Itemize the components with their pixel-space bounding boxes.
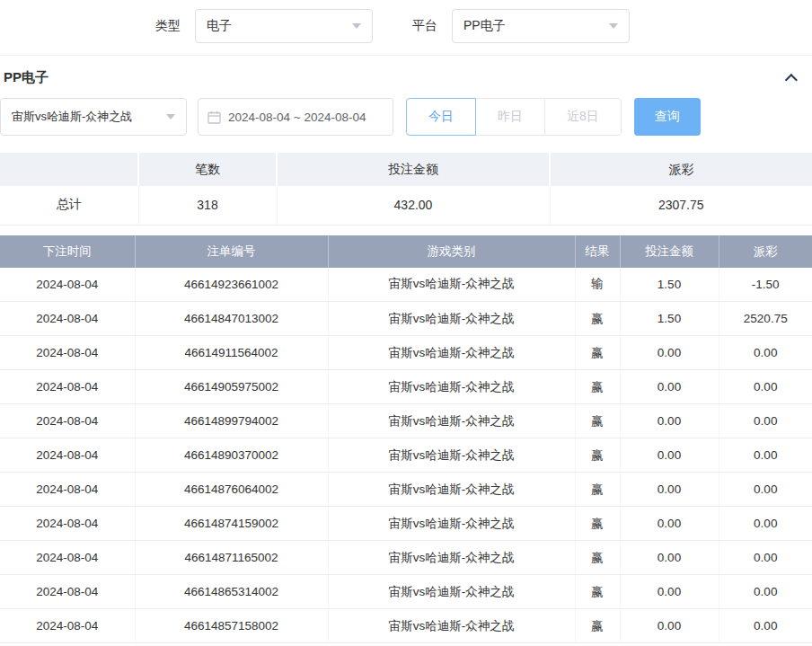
platform-field: 平台 PP电子 bbox=[412, 9, 630, 43]
total-payout: 2307.75 bbox=[550, 186, 812, 225]
bet-amount-cell: 0.00 bbox=[620, 541, 719, 575]
table-row: 2024-08-0446614876064002宙斯vs哈迪斯-众神之战赢0.0… bbox=[0, 473, 812, 507]
quick-date-button-group: 今日 昨日 近8日 bbox=[406, 98, 622, 136]
summary-header-bet-amount: 投注金额 bbox=[277, 153, 550, 186]
section-header: PP电子 bbox=[0, 56, 812, 96]
date-range-value: 2024-08-04 ~ 2024-08-04 bbox=[228, 111, 366, 124]
table-row: 2024-08-0446614899794002宙斯vs哈迪斯-众神之战赢0.0… bbox=[0, 404, 812, 438]
game-name-cell: 宙斯vs哈迪斯-众神之战 bbox=[328, 575, 575, 609]
table-row: 2024-08-0446614911564002宙斯vs哈迪斯-众神之战赢0.0… bbox=[0, 336, 812, 370]
payout-cell: 0.00 bbox=[719, 473, 812, 507]
bet-time-cell: 2024-08-04 bbox=[0, 541, 135, 575]
header-bet-amount: 投注金额 bbox=[620, 235, 719, 268]
bet-amount-cell: 0.00 bbox=[620, 609, 719, 643]
result-cell: 赢 bbox=[575, 575, 620, 609]
order-number-cell: 46614890370002 bbox=[135, 438, 328, 473]
report-page: 类型 电子 平台 PP电子 PP电子 宙斯vs哈迪斯-众神之战 bbox=[0, 0, 812, 643]
bet-amount-cell: 0.00 bbox=[620, 336, 719, 370]
bet-amount-cell: 0.00 bbox=[620, 473, 719, 507]
game-name-cell: 宙斯vs哈迪斯-众神之战 bbox=[328, 404, 575, 438]
table-row: 2024-08-0446614865314002宙斯vs哈迪斯-众神之战赢0.0… bbox=[0, 575, 812, 609]
payout-cell: 0.00 bbox=[719, 336, 812, 370]
last-8-days-button[interactable]: 近8日 bbox=[544, 98, 622, 136]
game-name-cell: 宙斯vs哈迪斯-众神之战 bbox=[328, 438, 575, 473]
bet-time-cell: 2024-08-04 bbox=[0, 404, 135, 438]
bet-table-header-row: 下注时间 注单编号 游戏类别 结果 投注金额 派彩 bbox=[0, 235, 812, 268]
order-number-cell: 46614905975002 bbox=[135, 370, 328, 404]
chevron-down-icon bbox=[609, 23, 618, 29]
bet-table: 下注时间 注单编号 游戏类别 结果 投注金额 派彩 2024-08-044661… bbox=[0, 235, 812, 644]
order-number-cell: 46614874159002 bbox=[135, 507, 328, 541]
bet-time-cell: 2024-08-04 bbox=[0, 336, 135, 370]
summary-header-payout: 派彩 bbox=[550, 153, 812, 186]
platform-label: 平台 bbox=[412, 18, 437, 34]
game-name-cell: 宙斯vs哈迪斯-众神之战 bbox=[328, 268, 575, 302]
result-cell: 赢 bbox=[575, 541, 620, 575]
bet-time-cell: 2024-08-04 bbox=[0, 507, 135, 541]
game-select-value: 宙斯vs哈迪斯-众神之战 bbox=[12, 109, 132, 125]
table-row: 2024-08-0446614857158002宙斯vs哈迪斯-众神之战赢0.0… bbox=[0, 609, 812, 643]
yesterday-button[interactable]: 昨日 bbox=[475, 98, 545, 136]
result-cell: 赢 bbox=[575, 302, 620, 336]
order-number-cell: 46614923661002 bbox=[135, 268, 328, 302]
calendar-icon bbox=[207, 111, 221, 124]
total-label: 总计 bbox=[0, 186, 138, 225]
order-number-cell: 46614865314002 bbox=[135, 575, 328, 609]
bet-time-cell: 2024-08-04 bbox=[0, 302, 135, 336]
header-order-number: 注单编号 bbox=[135, 235, 328, 268]
type-select[interactable]: 电子 bbox=[195, 9, 373, 43]
table-row: 2024-08-0446614871165002宙斯vs哈迪斯-众神之战赢0.0… bbox=[0, 541, 812, 575]
payout-cell: 0.00 bbox=[719, 438, 812, 473]
today-button[interactable]: 今日 bbox=[406, 98, 476, 136]
order-number-cell: 46614871165002 bbox=[135, 541, 328, 575]
result-cell: 赢 bbox=[575, 370, 620, 404]
result-cell: 赢 bbox=[575, 404, 620, 438]
table-row: 2024-08-0446614890370002宙斯vs哈迪斯-众神之战赢0.0… bbox=[0, 438, 812, 473]
header-bet-time: 下注时间 bbox=[0, 235, 135, 268]
game-name-cell: 宙斯vs哈迪斯-众神之战 bbox=[328, 302, 575, 336]
bet-time-cell: 2024-08-04 bbox=[0, 609, 135, 643]
order-number-cell: 46614876064002 bbox=[135, 473, 328, 507]
table-row: 2024-08-0446614847013002宙斯vs哈迪斯-众神之战赢1.5… bbox=[0, 302, 812, 336]
game-select[interactable]: 宙斯vs哈迪斯-众神之战 bbox=[0, 98, 187, 136]
type-field: 类型 电子 bbox=[155, 9, 373, 43]
game-name-cell: 宙斯vs哈迪斯-众神之战 bbox=[328, 336, 575, 370]
bet-amount-cell: 0.00 bbox=[620, 404, 719, 438]
order-number-cell: 46614899794002 bbox=[135, 404, 328, 438]
bet-amount-cell: 0.00 bbox=[620, 575, 719, 609]
chevron-down-icon bbox=[166, 114, 175, 119]
summary-header-empty bbox=[0, 153, 138, 186]
summary-total-row: 总计 318 432.00 2307.75 bbox=[0, 186, 812, 225]
payout-cell: 0.00 bbox=[719, 370, 812, 404]
result-cell: 赢 bbox=[575, 609, 620, 643]
order-number-cell: 46614911564002 bbox=[135, 336, 328, 370]
total-count: 318 bbox=[138, 186, 277, 225]
filter-row: 宙斯vs哈迪斯-众神之战 2024-08-04 ~ 2024-08-04 今日 … bbox=[0, 98, 812, 136]
collapse-chevron-up-icon[interactable] bbox=[785, 74, 798, 86]
result-cell: 赢 bbox=[575, 336, 620, 370]
platform-select[interactable]: PP电子 bbox=[452, 9, 630, 43]
order-number-cell: 46614857158002 bbox=[135, 609, 328, 643]
query-button[interactable]: 查询 bbox=[634, 98, 701, 136]
header-payout: 派彩 bbox=[719, 235, 812, 268]
bet-amount-cell: 0.00 bbox=[620, 438, 719, 473]
chevron-down-icon bbox=[352, 23, 361, 29]
header-game-category: 游戏类别 bbox=[328, 235, 575, 268]
result-cell: 输 bbox=[575, 268, 620, 302]
result-cell: 赢 bbox=[575, 473, 620, 507]
game-name-cell: 宙斯vs哈迪斯-众神之战 bbox=[328, 541, 575, 575]
result-cell: 赢 bbox=[575, 438, 620, 473]
payout-cell: 0.00 bbox=[719, 507, 812, 541]
payout-cell: 0.00 bbox=[719, 609, 812, 643]
payout-cell: 0.00 bbox=[719, 404, 812, 438]
total-bet-amount: 432.00 bbox=[277, 186, 550, 225]
table-row: 2024-08-0446614923661002宙斯vs哈迪斯-众神之战输1.5… bbox=[0, 268, 812, 302]
bet-amount-cell: 1.50 bbox=[620, 268, 719, 302]
payout-cell: 0.00 bbox=[719, 575, 812, 609]
game-name-cell: 宙斯vs哈迪斯-众神之战 bbox=[328, 370, 575, 404]
summary-header-count: 笔数 bbox=[138, 153, 277, 186]
game-name-cell: 宙斯vs哈迪斯-众神之战 bbox=[328, 609, 575, 643]
section-title: PP电子 bbox=[4, 69, 49, 86]
date-range-input[interactable]: 2024-08-04 ~ 2024-08-04 bbox=[198, 98, 393, 136]
payout-cell: 0.00 bbox=[719, 541, 812, 575]
